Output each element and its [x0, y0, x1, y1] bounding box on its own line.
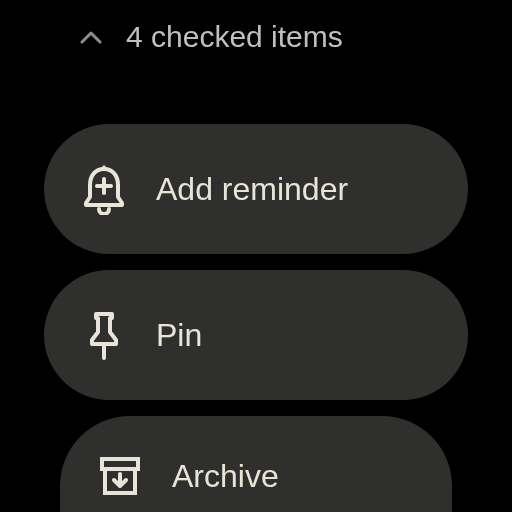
pin-icon [80, 310, 128, 360]
pin-button[interactable]: Pin [44, 270, 468, 400]
pin-label: Pin [156, 317, 202, 354]
actions-list: Add reminder Pin Archive [0, 124, 512, 512]
checked-items-label: 4 checked items [126, 20, 343, 54]
archive-button[interactable]: Archive [60, 416, 452, 512]
bell-add-icon [80, 163, 128, 215]
add-reminder-button[interactable]: Add reminder [44, 124, 468, 254]
archive-icon [96, 456, 144, 496]
svg-rect-3 [102, 459, 138, 469]
checked-items-header[interactable]: 4 checked items [0, 0, 512, 54]
chevron-up-icon [80, 30, 102, 44]
archive-label: Archive [172, 458, 279, 495]
add-reminder-label: Add reminder [156, 171, 348, 208]
